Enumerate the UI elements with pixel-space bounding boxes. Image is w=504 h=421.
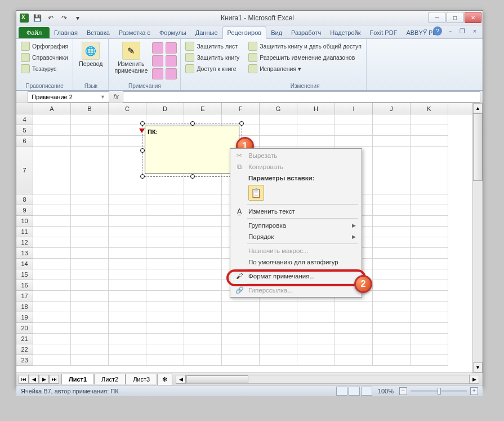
row-header-21[interactable]: 21 bbox=[16, 334, 33, 344]
cell[interactable] bbox=[71, 147, 109, 194]
cell[interactable] bbox=[146, 302, 184, 312]
cell[interactable] bbox=[184, 334, 222, 344]
cell[interactable] bbox=[297, 355, 335, 366]
cell[interactable] bbox=[71, 125, 109, 136]
cell[interactable] bbox=[71, 344, 109, 355]
cell[interactable] bbox=[184, 259, 222, 269]
row-header-15[interactable]: 15 bbox=[16, 269, 33, 280]
cell[interactable] bbox=[71, 355, 109, 366]
tab-data[interactable]: Данные bbox=[191, 27, 222, 38]
col-K[interactable]: K bbox=[411, 103, 448, 114]
horizontal-scrollbar[interactable]: ◀ ▶ bbox=[176, 375, 479, 384]
row-header-14[interactable]: 14 bbox=[16, 259, 33, 269]
cell[interactable] bbox=[411, 216, 448, 227]
cell[interactable] bbox=[71, 237, 109, 248]
row-header-17[interactable]: 17 bbox=[16, 291, 33, 302]
delete-comment-button[interactable] bbox=[152, 42, 163, 54]
cell[interactable] bbox=[335, 355, 373, 366]
resize-handle-n[interactable] bbox=[190, 121, 195, 126]
zoom-slider[interactable] bbox=[411, 390, 467, 392]
col-E[interactable]: E bbox=[184, 103, 222, 114]
cell[interactable] bbox=[184, 205, 222, 216]
ctx-default-autoshape[interactable]: По умолчанию для автофигур bbox=[231, 256, 360, 268]
cell[interactable] bbox=[33, 216, 71, 227]
cell[interactable] bbox=[109, 227, 146, 237]
cell[interactable] bbox=[146, 237, 184, 248]
protect-sheet-button[interactable]: Защитить лист bbox=[184, 41, 240, 52]
cell[interactable] bbox=[71, 248, 109, 259]
cell[interactable] bbox=[184, 323, 222, 334]
cell[interactable] bbox=[33, 323, 71, 334]
cell[interactable] bbox=[297, 302, 335, 312]
cell[interactable] bbox=[260, 355, 297, 366]
row-header-12[interactable]: 12 bbox=[16, 237, 33, 248]
cell[interactable] bbox=[335, 323, 373, 334]
row-header-18[interactable]: 18 bbox=[16, 302, 33, 312]
paste-option-icon[interactable]: 📋 bbox=[248, 185, 264, 201]
cell[interactable] bbox=[71, 227, 109, 237]
cell[interactable] bbox=[184, 291, 222, 302]
thesaurus-button[interactable]: Тезаурус bbox=[20, 63, 69, 74]
cell[interactable] bbox=[184, 248, 222, 259]
cell[interactable] bbox=[33, 302, 71, 312]
cell[interactable] bbox=[411, 323, 448, 334]
ctx-group[interactable]: Группировка▶ bbox=[231, 220, 360, 231]
cell[interactable] bbox=[373, 147, 411, 194]
cell[interactable] bbox=[411, 334, 448, 344]
cell[interactable] bbox=[146, 355, 184, 366]
cell[interactable] bbox=[71, 216, 109, 227]
cell[interactable] bbox=[373, 269, 411, 280]
cell[interactable] bbox=[146, 323, 184, 334]
col-G[interactable]: G bbox=[260, 103, 297, 114]
tab-formulas[interactable]: Формулы bbox=[155, 27, 191, 38]
cell[interactable] bbox=[373, 114, 411, 125]
cell[interactable] bbox=[33, 194, 71, 205]
resize-handle-nw[interactable] bbox=[140, 121, 145, 126]
cell[interactable] bbox=[297, 312, 335, 323]
tab-developer[interactable]: Разработч bbox=[287, 27, 325, 38]
vertical-scrollbar[interactable]: ▲ ▼ bbox=[472, 103, 483, 373]
vscroll-thumb[interactable] bbox=[473, 113, 483, 181]
qat-dropdown[interactable]: ▾ bbox=[73, 13, 83, 23]
tab-foxit[interactable]: Foxit PDF bbox=[365, 27, 402, 38]
cell[interactable] bbox=[222, 302, 260, 312]
cell[interactable] bbox=[71, 194, 109, 205]
formula-input[interactable] bbox=[123, 91, 480, 103]
scroll-right-button[interactable]: ▶ bbox=[469, 375, 479, 384]
undo-button[interactable]: ↶ bbox=[46, 13, 56, 23]
cell[interactable] bbox=[297, 323, 335, 334]
cell[interactable] bbox=[373, 312, 411, 323]
maximize-button[interactable]: □ bbox=[447, 12, 463, 23]
row-header-9[interactable]: 9 bbox=[16, 205, 33, 216]
cell[interactable] bbox=[109, 194, 146, 205]
cell[interactable] bbox=[33, 136, 71, 147]
cell[interactable] bbox=[260, 323, 297, 334]
cell[interactable] bbox=[109, 355, 146, 366]
show-all-comments-button[interactable] bbox=[166, 55, 177, 67]
cell[interactable] bbox=[373, 205, 411, 216]
row-header-19[interactable]: 19 bbox=[16, 312, 33, 323]
tab-addins[interactable]: Надстройк bbox=[325, 27, 365, 38]
close-button[interactable]: ✕ bbox=[465, 12, 481, 23]
row-header-11[interactable]: 11 bbox=[16, 227, 33, 237]
spelling-button[interactable]: Орфография bbox=[20, 41, 69, 52]
translate-button[interactable]: 🌐 Перевод bbox=[77, 41, 105, 69]
cell[interactable] bbox=[109, 205, 146, 216]
sheet-nav-prev[interactable]: ◀ bbox=[29, 375, 39, 384]
cell[interactable] bbox=[146, 334, 184, 344]
row-header-4[interactable]: 4 bbox=[16, 114, 33, 125]
cell[interactable] bbox=[411, 194, 448, 205]
cell[interactable] bbox=[33, 280, 71, 291]
col-H[interactable]: H bbox=[297, 103, 335, 114]
cell[interactable] bbox=[109, 280, 146, 291]
cell[interactable] bbox=[260, 344, 297, 355]
cell[interactable] bbox=[146, 280, 184, 291]
row-header-5[interactable]: 5 bbox=[16, 125, 33, 136]
cell[interactable] bbox=[33, 334, 71, 344]
cell[interactable] bbox=[411, 114, 448, 125]
cell[interactable] bbox=[71, 114, 109, 125]
cell[interactable] bbox=[33, 344, 71, 355]
cell[interactable] bbox=[109, 147, 146, 194]
cell[interactable] bbox=[373, 125, 411, 136]
cell[interactable] bbox=[184, 237, 222, 248]
